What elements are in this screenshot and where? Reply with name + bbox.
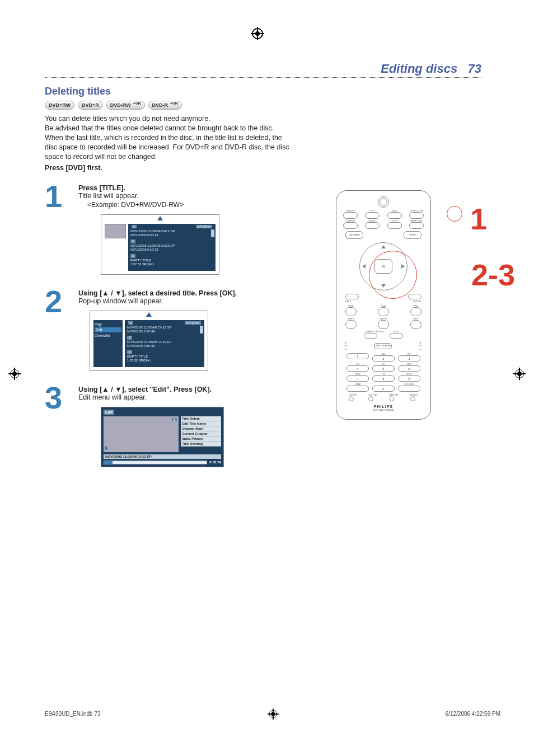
display-button [408,294,421,299]
play-icon [105,446,109,450]
ffw-button [410,307,421,316]
badge-dvd-r-vr: DVD-R +VR [148,101,182,110]
nav-up-icon [381,245,386,248]
prev-button [345,320,357,329]
rapidplay-button [409,222,424,229]
footer-right: 6/12/2006 4:22:59 PM [446,711,500,721]
scrollbar-pill [200,326,203,334]
key-7: 7 [346,375,369,382]
list-entry-1: NOV/21/06 11:00AM CH12 SP NOV/21/06 0:20… [127,326,202,334]
key-4: 4 [346,365,369,372]
key-clear [346,386,369,392]
list-entry-3: 3 EMPTY TITLE 1:37:52 SP(2Hr) [127,350,202,363]
badge-dvd+rw: DVD+RW [45,101,74,110]
nav-left-icon [362,264,366,269]
thumbnail [105,224,126,238]
setup-button: SETUP [404,231,421,239]
step-3-sub: Edit menu will appear. [78,393,147,401]
key-2: 2 [372,355,395,361]
popup-edit: Edit [95,327,121,332]
popup-overwrite: Overwrite [95,334,121,337]
edit-time: 0:00:59 [209,461,221,464]
edit-progress: 0:00:59 [104,461,221,464]
edit-menu-item: Current Chapter [181,431,221,436]
page-footer: E9A90UD_EN.indb 73 6/12/2006 4:22:59 PM [45,711,500,721]
pause-button [378,320,389,329]
step-3-number: 3 [45,386,72,411]
intro-p3: When the last title, which is recorded i… [45,133,291,162]
key-3: 3 [398,355,420,361]
key-recmode [398,386,420,392]
edit-preview-index: 1 [172,418,177,421]
vcr-rec-dot [349,396,354,401]
edit-menu-item: Title Delete [181,416,221,421]
skip-button [364,333,377,339]
intro-p2: Be advised that the titles once deleted … [45,124,291,133]
sp-label: SP (2Hr) [196,225,212,228]
list-entry-1: NOV/21/06 11:00AM CH12 SP NOV/21/06 0:20… [130,229,213,237]
key-1: 1 [346,353,369,359]
badge-dvd+r: DVD+R [78,101,103,110]
title-list-screenshot-2: Play Edit Overwrite 1 SP (2Hr) NOV/21/06… [90,311,208,371]
step-1-number: 1 [45,184,72,209]
list-entry-2: 2 NOV/22/06 11:35AM CH13 EP NOV/22/06 0:… [130,240,213,252]
edit-menu-list: Title Delete Edit Title Name Chapter Mar… [181,416,221,452]
scrollbar-pill [211,229,214,237]
key-8: 8 [372,375,395,382]
section-title: Deleting titles [45,86,481,97]
step-1-title: Press [TITLE]. [78,184,125,192]
edit-menu-item: Title Dividing [181,442,221,447]
footer-left: E9A90UD_EN.indb 73 [45,711,101,721]
registration-mark-top [252,28,263,39]
vcr-button [365,212,380,219]
key-5: 5 [372,365,395,372]
remote-callout-number-2-3: 2-3 [471,257,515,292]
callout-circle-1 [447,206,462,222]
edit-box-title: Edit [104,410,114,415]
play-button [378,307,389,316]
footer-registration-mark [269,711,278,721]
key-0: 0 [372,386,395,392]
audio-button [365,222,380,229]
vol-rocker: +VOL− [418,341,423,351]
popup-sidebar: Play Edit Overwrite [93,320,123,367]
edit-menu-item: Index Picture [181,436,221,442]
tvvideo-button [343,212,358,219]
edit-menu-item: Chapter Mark [181,426,221,431]
next-button [410,320,421,329]
intro-text: You can delete titles which you do not n… [45,114,291,173]
stop-button [390,333,403,339]
key-9: 9 [398,375,420,382]
search-button [343,222,358,229]
dvd-rec-dot [410,396,415,401]
list-index-1: 1 [132,225,137,228]
edit-menu-item: Edit Title Name [181,421,221,426]
badge-dvd-rw-vr: DVD-RW +VR [106,101,145,110]
keypad: 1 ABC2 DEF3 GHI4 JKL5 MNO6 PQRS7 TUV8 WX… [346,353,420,392]
disc-type-badges: DVD+RW DVD+R DVD-RW +VR DVD-R +VR [45,101,481,110]
intro-p1: You can delete titles which you do not n… [45,114,291,124]
up-arrow-icon [157,216,163,220]
step-2-title: Using [▲ / ▼], select a desired title. P… [78,289,237,297]
step-3-title: Using [▲ / ▼], select "Edit". Press [OK]… [78,386,212,393]
disc-menu-button: DISC MENU [345,231,363,239]
ch-rocker: +CH− [344,341,347,351]
rew-button [345,307,357,316]
vcr-play-dot [368,396,373,401]
header-title: Editing discs [381,62,457,76]
list-entry-2: 2 NOV/22/06 11:35AM CH13 EP NOV/22/06 0:… [127,336,202,348]
edit-meta: NOV/22/05 11:00AM CH12 EP [104,454,221,459]
power-button-icon [378,196,389,208]
remote-illustration: TV/VIDEO VCR DVD OPEN/CLOSE SEARCH AUDIO… [336,190,459,420]
edit-menu-screenshot: Edit 1 Title Delete Edit Title Name Chap… [101,407,224,467]
registration-mark-right [515,369,524,378]
back-button [345,294,359,299]
step-2-number: 2 [45,289,72,314]
step-1-sub: Title list will appear. [78,192,139,200]
openclose-button [409,212,424,219]
page-header: Editing discs 73 [45,62,481,78]
key-6: 6 [398,365,420,372]
step-2-sub: Pop-up window will appear. [78,297,163,305]
brand-label: PHILIPS [341,405,426,408]
list-entry-3: 3 EMPTY TITLE 1:37:52 SP(2Hr) [130,254,213,266]
